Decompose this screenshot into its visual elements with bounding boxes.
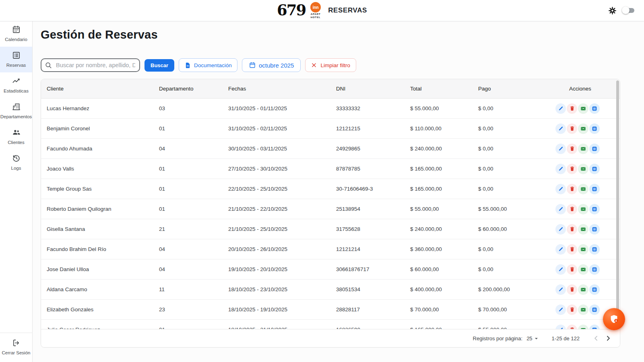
chevron-right-icon (604, 334, 612, 342)
edit-button[interactable] (555, 264, 566, 275)
cell-dni: 87878785 (330, 159, 405, 179)
cell-acciones (555, 159, 620, 179)
delete-button[interactable] (567, 184, 577, 194)
delete-button[interactable] (567, 164, 577, 174)
delete-button[interactable] (567, 304, 577, 315)
receipt-icon (591, 186, 598, 192)
sidebar-item-departamentos[interactable]: Departamentos (0, 98, 32, 124)
cell-pago: $ 0,00 (473, 239, 555, 259)
edit-button[interactable] (555, 304, 566, 315)
edit-button[interactable] (555, 164, 566, 174)
cell-total: $ 110.000,00 (405, 119, 473, 139)
receipt-icon (591, 166, 598, 172)
theme-toggle[interactable] (623, 8, 634, 13)
edit-button[interactable] (555, 204, 566, 214)
delete-button[interactable] (567, 264, 577, 275)
receipt-button[interactable] (589, 103, 600, 114)
cell-pago: $ 0,00 (473, 259, 555, 280)
cell-departamento: 11 (153, 280, 223, 300)
cell-acciones (555, 179, 620, 199)
pencil-icon (558, 286, 564, 292)
documentacion-button[interactable]: Documentación (179, 58, 237, 72)
sidebar-item-cerrar-sesion[interactable]: Cerrar Sesión (0, 333, 32, 362)
cell-acciones (555, 280, 620, 300)
payment-button[interactable] (578, 184, 588, 194)
app-title: RESERVAS (328, 6, 367, 14)
receipt-icon (591, 206, 598, 212)
receipt-button[interactable] (589, 304, 600, 315)
calendar-icon (12, 25, 21, 34)
edit-button[interactable] (555, 123, 566, 134)
sidebar-item-clientes[interactable]: Clientes (0, 124, 32, 150)
col-dni: DNI (330, 79, 405, 99)
receipt-button[interactable] (589, 204, 600, 214)
cell-total: $ 60.000,00 (405, 259, 473, 280)
trash-icon (569, 306, 575, 313)
receipt-button[interactable] (589, 284, 600, 295)
edit-button[interactable] (555, 184, 566, 194)
edit-button[interactable] (555, 144, 566, 154)
receipt-button[interactable] (589, 123, 600, 134)
cell-acciones (555, 219, 620, 239)
trash-icon (569, 146, 575, 152)
cell-acciones (555, 119, 620, 139)
delete-button[interactable] (567, 325, 577, 329)
edit-button[interactable] (555, 325, 566, 329)
cell-pago: $ 55.000,00 (473, 320, 555, 329)
clear-filter-button[interactable]: Limpiar filtro (305, 58, 356, 72)
admin-fab[interactable] (603, 308, 625, 330)
edit-button[interactable] (555, 224, 566, 234)
sidebar-item-logs[interactable]: Logs (0, 150, 32, 175)
prev-page-button[interactable] (590, 332, 602, 344)
reservations-list-icon (12, 51, 21, 60)
rows-per-page-select[interactable]: 25 (526, 335, 539, 342)
payment-button[interactable] (578, 144, 588, 154)
receipt-button[interactable] (589, 164, 600, 174)
sidebar-item-estadisticas[interactable]: Estadísticas (0, 72, 32, 98)
payment-button[interactable] (578, 164, 588, 174)
cell-total: $ 400.000,00 (405, 280, 473, 300)
delete-button[interactable] (567, 244, 577, 255)
money-icon (580, 105, 586, 112)
cell-fechas: 18/10/2025 - 23/10/2025 (223, 280, 330, 300)
delete-button[interactable] (567, 204, 577, 214)
cell-departamento: 01 (153, 320, 223, 329)
receipt-button[interactable] (589, 224, 600, 234)
payment-button[interactable] (578, 325, 588, 329)
delete-button[interactable] (567, 123, 577, 134)
admin-shield-icon (609, 314, 619, 325)
edit-button[interactable] (555, 284, 566, 295)
receipt-button[interactable] (589, 264, 600, 275)
cell-cliente: Gisella Santana (41, 219, 153, 239)
payment-button[interactable] (578, 284, 588, 295)
edit-button[interactable] (555, 244, 566, 255)
delete-button[interactable] (567, 284, 577, 295)
month-filter-button[interactable]: octubre 2025 (242, 58, 301, 72)
payment-button[interactable] (578, 264, 588, 275)
buscar-button[interactable]: Buscar (144, 59, 174, 72)
payment-button[interactable] (578, 244, 588, 255)
edit-button[interactable] (555, 103, 566, 114)
delete-button[interactable] (567, 224, 577, 234)
search-input[interactable] (41, 58, 140, 72)
receipt-button[interactable] (589, 325, 600, 329)
payment-button[interactable] (578, 123, 588, 134)
delete-button[interactable] (567, 144, 577, 154)
payment-button[interactable] (578, 204, 588, 214)
table-scrollbar[interactable] (616, 80, 619, 324)
settings-button[interactable] (608, 6, 617, 15)
app-root: 679 inn APART HOTEL RESERVAS (0, 0, 644, 362)
payment-button[interactable] (578, 304, 588, 315)
delete-button[interactable] (567, 103, 577, 114)
sidebar-item-reservas[interactable]: Reservas (0, 47, 32, 72)
trash-icon (569, 266, 575, 272)
receipt-button[interactable] (589, 244, 600, 255)
receipt-button[interactable] (589, 184, 600, 194)
payment-button[interactable] (578, 224, 588, 234)
sidebar-item-calendario[interactable]: Calendario (0, 21, 32, 47)
receipt-button[interactable] (589, 144, 600, 154)
next-page-button[interactable] (602, 332, 614, 344)
table-row: Jose Daniel Ulloa 04 19/10/2025 - 20/10/… (41, 259, 620, 280)
payment-button[interactable] (578, 103, 588, 114)
cell-dni: 31755628 (330, 219, 405, 239)
